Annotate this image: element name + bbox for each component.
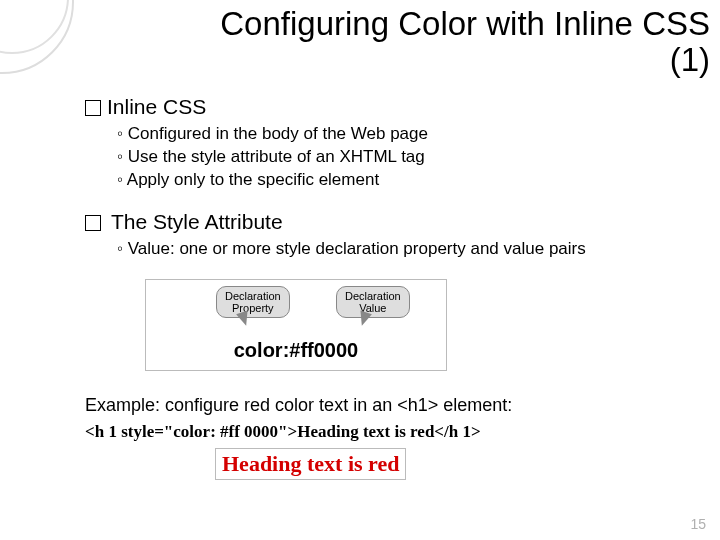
callout-tail-icon: [356, 310, 372, 327]
example-intro: Example: configure red color text in an …: [85, 395, 690, 416]
callout-bubble-value: Declaration Value: [336, 286, 410, 318]
list-item: Use the style attribute of an XHTML tag: [117, 146, 690, 169]
checkbox-icon: [85, 100, 101, 116]
sub-list-style-attribute: Value: one or more style declaration pro…: [117, 238, 690, 261]
slide-title: Configuring Color with Inline CSS (1): [90, 6, 710, 79]
checkbox-icon: [85, 215, 101, 231]
bullet-label: Inline CSS: [107, 95, 206, 119]
callout-figure: Declaration Property Declaration Value c…: [145, 279, 447, 371]
bullet-inline-css: Inline CSS: [85, 95, 690, 119]
bullet-label: The Style Attribute: [111, 210, 283, 234]
title-line-1: Configuring Color with Inline CSS: [220, 5, 710, 42]
sub-list-inline-css: Configured in the body of the Web page U…: [117, 123, 690, 192]
list-item: Apply only to the specific element: [117, 169, 690, 192]
callout-bubble-property: Declaration Property: [216, 286, 290, 318]
example-code: <h 1 style="color: #ff 0000">Heading tex…: [85, 422, 690, 442]
page-number: 15: [690, 516, 706, 532]
callout-code-text: color:#ff0000: [146, 339, 446, 362]
title-line-2: (1): [670, 41, 710, 78]
list-item: Configured in the body of the Web page: [117, 123, 690, 146]
rendered-output-text: Heading text is red: [222, 451, 399, 476]
slide-content: Inline CSS Configured in the body of the…: [85, 95, 690, 480]
rendered-output-box: Heading text is red: [215, 448, 406, 480]
list-item: Value: one or more style declaration pro…: [117, 238, 690, 261]
bullet-style-attribute: The Style Attribute: [85, 210, 690, 234]
